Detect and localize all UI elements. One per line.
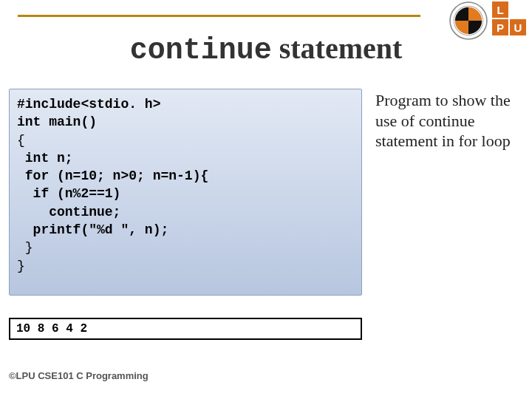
- slide-annotation: Program to show the use of continue stat…: [375, 90, 523, 151]
- code-line-5: for (n=10; n>0; n=n-1){: [17, 168, 208, 183]
- title-keyword: continue: [130, 34, 272, 67]
- code-line-8: printf("%d ", n);: [17, 222, 168, 237]
- code-line-7: continue;: [17, 205, 120, 219]
- code-line-10: }: [17, 259, 25, 273]
- logo-tile-l: L: [492, 1, 508, 18]
- slide-title: continue statement: [0, 31, 532, 67]
- code-line-4: int n;: [17, 151, 73, 166]
- code-line-6: if (n%2==1): [17, 186, 120, 201]
- header-rule: [18, 15, 420, 17]
- footer-copyright: ©LPU CSE101 C Programming: [9, 370, 149, 381]
- code-line-9: }: [17, 240, 33, 255]
- code-line-1: #include<stdio. h>: [17, 97, 160, 112]
- code-block: #include<stdio. h> int main() { int n; f…: [9, 89, 362, 296]
- code-line-2: int main(): [17, 115, 97, 129]
- title-rest: statement: [272, 32, 403, 65]
- program-output: 10 8 6 4 2: [9, 318, 362, 340]
- code-line-3: {: [17, 133, 25, 148]
